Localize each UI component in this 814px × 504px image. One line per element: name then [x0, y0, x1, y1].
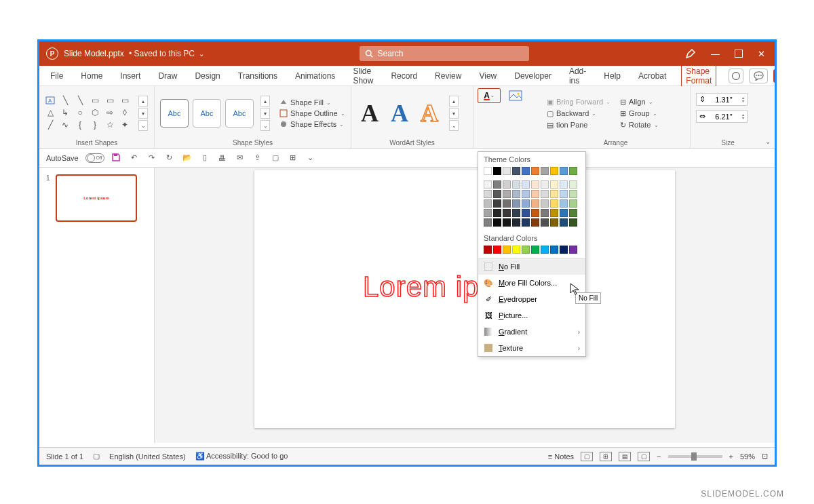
- color-swatch[interactable]: [531, 218, 539, 227]
- shape-outline-button[interactable]: Shape Outline⌄: [279, 109, 345, 117]
- search-input[interactable]: Search: [360, 46, 529, 61]
- chevron-down-icon[interactable]: ⌄: [490, 93, 495, 98]
- picture-fill-item[interactable]: 🖼 Picture...: [478, 307, 585, 324]
- more-icon[interactable]: ⌄: [305, 153, 316, 163]
- gallery-scroll[interactable]: ▴▾⌄: [138, 96, 148, 131]
- repeat-icon[interactable]: ↻: [164, 153, 175, 163]
- color-swatch[interactable]: [569, 218, 577, 227]
- color-swatch[interactable]: [503, 209, 511, 217]
- color-swatch[interactable]: [484, 167, 492, 175]
- text-fill-button[interactable]: A ⌄: [478, 88, 501, 103]
- zoom-in-button[interactable]: +: [729, 452, 733, 461]
- pencil-icon[interactable]: [685, 48, 696, 59]
- color-swatch[interactable]: [522, 190, 530, 198]
- theme-shades-grid[interactable]: [478, 179, 585, 231]
- wordart-preset-2[interactable]: A: [387, 99, 412, 128]
- color-swatch[interactable]: [522, 180, 530, 189]
- notes-button[interactable]: ≡ Notes: [548, 452, 574, 461]
- color-swatch[interactable]: [560, 209, 568, 217]
- triangle-icon[interactable]: △: [45, 108, 56, 117]
- color-swatch[interactable]: [493, 246, 501, 254]
- tab-transitions[interactable]: Transitions: [235, 69, 280, 83]
- zoom-percent[interactable]: 59%: [740, 452, 755, 461]
- tab-review[interactable]: Review: [432, 69, 464, 83]
- color-swatch[interactable]: [493, 167, 501, 175]
- color-swatch[interactable]: [541, 190, 549, 198]
- color-swatch[interactable]: [560, 167, 568, 175]
- tab-animations[interactable]: Animations: [292, 69, 338, 83]
- normal-view-button[interactable]: ▢: [581, 452, 593, 461]
- mail-icon[interactable]: ✉: [235, 153, 246, 163]
- color-swatch[interactable]: [560, 218, 568, 227]
- arrow-icon[interactable]: ⇨: [104, 108, 115, 117]
- tab-addins[interactable]: Add-ins: [566, 64, 589, 88]
- minimize-button[interactable]: —: [711, 49, 720, 59]
- wordart-scroll[interactable]: ▴▾⌄: [449, 96, 459, 131]
- close-button[interactable]: ✕: [758, 49, 765, 59]
- slide-thumbnail-panel[interactable]: 1 Lorem ipsum: [39, 168, 155, 443]
- color-swatch[interactable]: [522, 199, 530, 208]
- shape-gallery[interactable]: A ╲ ╲ ▭ ▭ ▭ △ ↳ ○ ⬡ ⇨ ◊ ╱ ∿ { } ☆: [45, 96, 132, 131]
- color-swatch[interactable]: [512, 218, 520, 227]
- styles-scroll[interactable]: ▴▾⌄: [260, 96, 270, 131]
- slideshow-view-button[interactable]: ▢: [638, 452, 650, 461]
- connector-icon[interactable]: ↳: [60, 108, 71, 117]
- callout-icon[interactable]: ◊: [119, 108, 130, 117]
- accessibility-status[interactable]: ♿ Accessibility: Good to go: [195, 452, 288, 461]
- align-button[interactable]: ⊟ Align ⌄: [620, 98, 658, 106]
- color-swatch[interactable]: [550, 199, 558, 208]
- color-swatch[interactable]: [493, 180, 501, 189]
- color-swatch[interactable]: [493, 209, 501, 217]
- color-swatch[interactable]: [503, 190, 511, 198]
- undo-icon[interactable]: ↶: [129, 153, 140, 163]
- gradient-item[interactable]: Gradient ›: [478, 324, 585, 340]
- color-swatch[interactable]: [531, 190, 539, 198]
- brace-r-icon[interactable]: }: [90, 120, 100, 130]
- tab-slideshow[interactable]: Slide Show: [350, 64, 376, 88]
- color-swatch[interactable]: [550, 246, 558, 254]
- tab-draw[interactable]: Draw: [155, 69, 180, 83]
- tab-acrobat[interactable]: Acrobat: [636, 69, 669, 83]
- bring-forward-button[interactable]: ▣ Bring Forward ⌄: [547, 98, 610, 106]
- color-swatch[interactable]: [531, 246, 539, 254]
- tab-home[interactable]: Home: [78, 69, 105, 83]
- tab-shape-format[interactable]: Shape Format: [681, 64, 716, 88]
- color-swatch[interactable]: [484, 209, 492, 217]
- color-swatch[interactable]: [541, 246, 549, 254]
- color-swatch[interactable]: [493, 199, 501, 208]
- color-swatch[interactable]: [560, 199, 568, 208]
- color-swatch[interactable]: [541, 167, 549, 175]
- color-swatch[interactable]: [493, 218, 501, 227]
- zoom-out-button[interactable]: −: [657, 452, 661, 461]
- color-swatch[interactable]: [503, 246, 511, 254]
- print-icon[interactable]: 🖶: [217, 153, 228, 163]
- tab-developer[interactable]: Developer: [511, 69, 554, 83]
- wordart-preset-1[interactable]: A: [357, 99, 383, 128]
- slide-thumbnail-1[interactable]: Lorem ipsum: [56, 174, 137, 222]
- comments-button[interactable]: 💬: [749, 69, 768, 83]
- rotate-button[interactable]: ↻ Rotate ⌄: [620, 121, 658, 130]
- tab-help[interactable]: Help: [601, 69, 623, 83]
- record-button[interactable]: [729, 69, 743, 83]
- no-fill-item[interactable]: No Fill: [478, 258, 585, 275]
- color-swatch[interactable]: [531, 180, 539, 189]
- theme-colors-row[interactable]: [478, 166, 585, 179]
- height-input[interactable]: ⇕ 1.31"▴▾: [696, 93, 748, 106]
- tab-file[interactable]: File: [47, 69, 66, 83]
- wordart-preset-3[interactable]: A: [416, 99, 442, 128]
- slide-canvas-area[interactable]: Lorem ip: [155, 168, 775, 443]
- color-swatch[interactable]: [531, 167, 539, 175]
- maximize-button[interactable]: [735, 50, 743, 58]
- color-swatch[interactable]: [569, 190, 577, 198]
- share-button[interactable]: ⇧ ⌄: [773, 69, 777, 83]
- brace-l-icon[interactable]: {: [75, 120, 85, 130]
- language-indicator[interactable]: English (United States): [109, 452, 186, 461]
- color-swatch[interactable]: [550, 180, 558, 189]
- tab-insert[interactable]: Insert: [117, 69, 143, 83]
- color-swatch[interactable]: [503, 167, 511, 175]
- color-swatch[interactable]: [522, 218, 530, 227]
- color-swatch[interactable]: [550, 167, 558, 175]
- share-icon[interactable]: ⇪: [252, 153, 263, 163]
- redo-icon[interactable]: ↷: [147, 153, 157, 163]
- star-icon[interactable]: ☆: [104, 120, 115, 130]
